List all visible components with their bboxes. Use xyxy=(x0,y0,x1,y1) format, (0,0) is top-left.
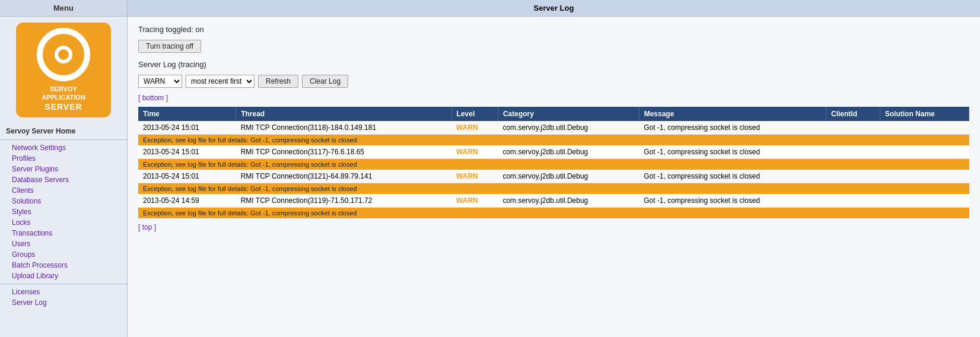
section-title-text: Server Log xyxy=(138,60,176,69)
tracing-status: Tracing toggled: on xyxy=(138,25,969,34)
main-header-label: Server Log xyxy=(534,4,574,12)
table-row: 2013-05-24 14:59 RMI TCP Connection(3119… xyxy=(138,194,969,208)
cell-solution xyxy=(880,121,969,135)
cell-clientid xyxy=(826,121,880,135)
cell-message: Got -1, compressing socket is closed xyxy=(639,145,826,159)
exception-message: Exception, see log file for full details… xyxy=(138,183,969,195)
refresh-button[interactable]: Refresh xyxy=(258,75,298,88)
cell-message: Got -1, compressing socket is closed xyxy=(639,194,826,208)
exception-message: Exception, see log file for full details… xyxy=(138,159,969,170)
cell-level: WARN xyxy=(451,145,498,159)
level-select[interactable]: WARN DEBUG INFO ERROR xyxy=(138,75,182,88)
cell-category: com.servoy.j2db.util.Debug xyxy=(498,170,639,183)
col-level: Level xyxy=(451,107,498,121)
logo-line3: SERVER xyxy=(42,101,85,112)
sidebar-divider-1 xyxy=(0,139,127,140)
sidebar-item-database-servers[interactable]: Database Servers xyxy=(0,174,127,185)
sidebar-item-solutions[interactable]: Solutions xyxy=(0,196,127,206)
section-subtitle: (tracing) xyxy=(178,60,206,69)
cell-thread: RMI TCP Connection(3119)-71.50.171.72 xyxy=(236,194,451,208)
bottom-link[interactable]: [ bottom ] xyxy=(138,94,168,102)
exception-message: Exception, see log file for full details… xyxy=(138,208,969,219)
cell-time: 2013-05-24 14:59 xyxy=(138,194,236,208)
log-table: Time Thread Level Category Message Clien… xyxy=(138,107,969,218)
sidebar-header-label: Menu xyxy=(53,4,74,12)
sidebar-item-licenses[interactable]: Licenses xyxy=(0,287,127,297)
log-table-header: Time Thread Level Category Message Clien… xyxy=(138,107,969,121)
order-select[interactable]: most recent first oldest first xyxy=(186,75,254,88)
sidebar: Menu SERVOY APPLICATION SERVER Servoy Se… xyxy=(0,0,128,337)
exception-row: Exception, see log file for full details… xyxy=(138,208,969,219)
logo-circle xyxy=(37,28,90,81)
cell-level: WARN xyxy=(451,170,498,183)
sidebar-divider-2 xyxy=(0,284,127,284)
cell-time: 2013-05-24 15:01 xyxy=(138,145,236,159)
logo-inner-circle xyxy=(55,46,72,63)
cell-message: Got -1, compressing socket is closed xyxy=(639,170,826,183)
col-category: Category xyxy=(498,107,639,121)
sidebar-item-server-log[interactable]: Server Log xyxy=(0,297,127,308)
col-solution: Solution Name xyxy=(880,107,969,121)
cell-message: Got -1, compressing socket is closed xyxy=(639,121,826,135)
clear-log-button[interactable]: Clear Log xyxy=(302,75,348,88)
cell-time: 2013-05-24 15:01 xyxy=(138,170,236,183)
main-panel: Server Log Tracing toggled: on Turn trac… xyxy=(128,0,980,337)
cell-clientid xyxy=(826,194,880,208)
exception-row: Exception, see log file for full details… xyxy=(138,183,969,195)
log-table-body: 2013-05-24 15:01 RMI TCP Connection(3118… xyxy=(138,121,969,218)
cell-time: 2013-05-24 15:01 xyxy=(138,121,236,135)
logo-line2: APPLICATION xyxy=(42,93,85,101)
sidebar-item-batch-processors[interactable]: Batch Processors xyxy=(0,260,127,271)
cell-clientid xyxy=(826,145,880,159)
exception-row: Exception, see log file for full details… xyxy=(138,159,969,170)
sidebar-item-styles[interactable]: Styles xyxy=(0,206,127,217)
col-message: Message xyxy=(639,107,826,121)
controls-row: WARN DEBUG INFO ERROR most recent first … xyxy=(138,75,969,88)
sidebar-item-users[interactable]: Users xyxy=(0,239,127,249)
sidebar-item-groups[interactable]: Groups xyxy=(0,249,127,260)
sidebar-item-clients[interactable]: Clients xyxy=(0,185,127,196)
cell-solution xyxy=(880,170,969,183)
section-title: Server Log (tracing) xyxy=(138,60,969,69)
servoy-home-label: Servoy Server Home xyxy=(0,123,127,137)
cell-solution xyxy=(880,145,969,159)
sidebar-item-transactions[interactable]: Transactions xyxy=(0,228,127,239)
bottom-anchor-row: [ bottom ] xyxy=(138,94,969,102)
col-time: Time xyxy=(138,107,236,121)
sidebar-item-profiles[interactable]: Profiles xyxy=(0,153,127,164)
col-clientid: ClientId xyxy=(826,107,880,121)
sidebar-item-locks[interactable]: Locks xyxy=(0,217,127,228)
cell-thread: RMI TCP Connection(3117)-76.6.18.65 xyxy=(236,145,451,159)
sidebar-header: Menu xyxy=(0,0,127,17)
main-content: Tracing toggled: on Turn tracing off Ser… xyxy=(128,17,980,337)
cell-thread: RMI TCP Connection(3121)-64.89.79.141 xyxy=(236,170,451,183)
cell-category: com.servoy.j2db.util.Debug xyxy=(498,194,639,208)
table-row: 2013-05-24 15:01 RMI TCP Connection(3118… xyxy=(138,121,969,135)
cell-category: com.servoy.j2db.util.Debug xyxy=(498,121,639,135)
cell-clientid xyxy=(826,170,880,183)
sidebar-item-server-plugins[interactable]: Server Plugins xyxy=(0,164,127,174)
table-row: 2013-05-24 15:01 RMI TCP Connection(3121… xyxy=(138,170,969,183)
cell-level: WARN xyxy=(451,121,498,135)
col-thread: Thread xyxy=(236,107,451,121)
sidebar-item-upload-library[interactable]: Upload Library xyxy=(0,271,127,281)
log-table-header-row: Time Thread Level Category Message Clien… xyxy=(138,107,969,121)
top-anchor-row: [ top ] xyxy=(138,223,969,231)
cell-solution xyxy=(880,194,969,208)
main-header: Server Log xyxy=(128,0,980,17)
sidebar-item-network-settings[interactable]: Network Settings xyxy=(0,142,127,153)
exception-message: Exception, see log file for full details… xyxy=(138,135,969,146)
table-row: 2013-05-24 15:01 RMI TCP Connection(3117… xyxy=(138,145,969,159)
turn-tracing-off-button[interactable]: Turn tracing off xyxy=(138,40,201,53)
cell-category: com.servoy.j2db.util.Debug xyxy=(498,145,639,159)
top-link[interactable]: [ top ] xyxy=(138,223,156,231)
exception-row: Exception, see log file for full details… xyxy=(138,135,969,146)
cell-level: WARN xyxy=(451,194,498,208)
cell-thread: RMI TCP Connection(3118)-184.0.149.181 xyxy=(236,121,451,135)
logo-line1: SERVOY xyxy=(42,85,85,93)
logo-area: SERVOY APPLICATION SERVER xyxy=(16,23,111,117)
logo-text: SERVOY APPLICATION SERVER xyxy=(42,85,85,113)
